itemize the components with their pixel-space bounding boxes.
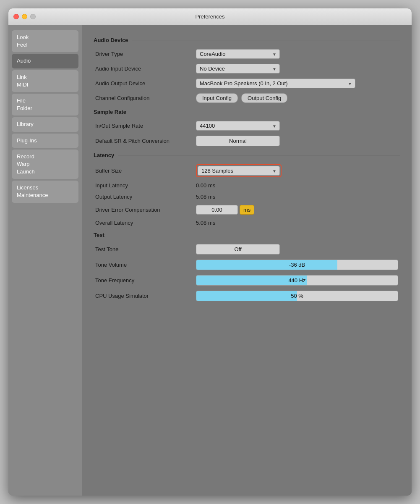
sidebar-item-link-midi[interactable]: LinkMIDI [12,70,78,92]
cpu-usage-value: 50 % [291,293,303,299]
channel-configuration-label: Channel Configuration [95,95,196,101]
default-sr-pitch-label: Default SR & Pitch Conversion [95,138,196,144]
tone-frequency-row: Tone Frequency 440 Hz [94,275,400,286]
buffer-size-select[interactable]: 64 Samples 128 Samples 256 Samples 512 S… [198,166,280,176]
audio-output-device-label: Audio Output Device [95,80,196,87]
tone-frequency-slider[interactable]: 440 Hz [196,275,398,286]
audio-input-device-select[interactable]: No Device [196,64,280,74]
audio-output-device-select[interactable]: MacBook Pro Speakers (0 In, 2 Out) [196,79,355,88]
tone-volume-value: -36 dB [289,262,305,268]
test-tone-label: Test Tone [95,246,196,252]
sidebar-item-audio[interactable]: Audio [12,54,78,68]
audio-device-section-line [132,40,400,40]
tone-frequency-value: 440 Hz [288,277,305,284]
audio-device-section-header: Audio Device [94,37,400,43]
cpu-usage-label: CPU Usage Simulator [95,293,196,299]
cpu-usage-slider[interactable]: 50 % [196,291,398,301]
output-latency-row: Output Latency 5.08 ms [94,194,400,200]
default-sr-pitch-row: Default SR & Pitch Conversion Normal [94,136,400,146]
cpu-usage-control: 50 % [196,291,398,301]
maximize-button[interactable] [30,14,36,19]
sidebar-item-plug-ins[interactable]: Plug-Ins [12,134,78,148]
test-tone-button[interactable]: Off [196,244,280,255]
main-panel: Audio Device Driver Type CoreAudio ASIO … [82,25,412,496]
driver-error-row: Driver Error Compensation ms [94,205,400,215]
audio-input-device-control: No Device [196,64,398,74]
output-latency-control: 5.08 ms [196,194,398,200]
sidebar-item-library[interactable]: Library [12,117,78,131]
normal-button[interactable]: Normal [196,136,280,146]
tone-volume-row: Tone Volume -36 dB [94,260,400,270]
traffic-lights [13,14,36,19]
driver-type-select-wrapper[interactable]: CoreAudio ASIO DirectSound [196,49,280,59]
output-latency-label: Output Latency [95,194,196,200]
tone-frequency-control: 440 Hz [196,275,398,286]
driver-type-row: Driver Type CoreAudio ASIO DirectSound [94,49,400,59]
input-latency-label: Input Latency [95,182,196,189]
input-latency-value: 0.00 ms [196,182,215,189]
test-tone-row: Test Tone Off [94,244,400,255]
audio-input-device-select-wrapper[interactable]: No Device [196,64,280,74]
minimize-button[interactable] [22,14,27,19]
titlebar: Preferences [8,8,412,25]
driver-error-label: Driver Error Compensation [95,207,196,213]
window-title: Preferences [195,13,224,20]
main-content: LookFeel Audio LinkMIDI FileFolder Libra… [8,25,412,496]
sidebar-item-look-feel[interactable]: LookFeel [12,30,78,52]
channel-configuration-row: Channel Configuration Input Config Outpu… [94,93,400,103]
audio-input-device-row: Audio Input Device No Device [94,64,400,74]
sample-rate-select[interactable]: 44100 48000 88200 96000 [196,121,280,131]
sample-rate-select-wrapper[interactable]: 44100 48000 88200 96000 [196,121,280,131]
close-button[interactable] [13,14,19,19]
audio-device-section-title: Audio Device [94,37,128,43]
driver-error-input[interactable] [196,205,238,215]
channel-config-group: Input Config Output Config [196,93,398,103]
input-latency-control: 0.00 ms [196,182,398,189]
sidebar-item-licenses-maintenance[interactable]: LicensesMaintenance [12,181,78,202]
test-tone-control: Off [196,244,398,255]
in-out-sample-rate-control: 44100 48000 88200 96000 [196,121,398,131]
sample-rate-section-line [130,112,400,112]
in-out-sample-rate-row: In/Out Sample Rate 44100 48000 88200 960… [94,121,400,131]
driver-type-control: CoreAudio ASIO DirectSound [196,49,398,59]
overall-latency-label: Overall Latency [95,220,196,226]
sidebar: LookFeel Audio LinkMIDI FileFolder Libra… [8,25,82,496]
driver-error-ms-button[interactable]: ms [240,205,254,215]
tone-volume-label: Tone Volume [95,262,196,268]
overall-latency-value: 5.08 ms [196,220,215,226]
channel-configuration-control: Input Config Output Config [196,93,398,103]
driver-error-control: ms [196,205,398,215]
buffer-size-row: Buffer Size 64 Samples 128 Samples 256 S… [94,164,400,177]
default-sr-pitch-control: Normal [196,136,398,146]
overall-latency-row: Overall Latency 5.08 ms [94,220,400,226]
test-section-header: Test [94,232,400,238]
audio-input-device-label: Audio Input Device [95,66,196,72]
latency-section-line [118,155,400,155]
cpu-usage-row: CPU Usage Simulator 50 % [94,291,400,301]
buffer-size-control: 64 Samples 128 Samples 256 Samples 512 S… [196,164,398,177]
preferences-window: Preferences LookFeel Audio LinkMIDI File… [8,8,412,496]
in-out-sample-rate-label: In/Out Sample Rate [95,123,196,129]
sidebar-item-record-warp-launch[interactable]: RecordWarpLaunch [12,150,78,179]
output-config-button[interactable]: Output Config [241,93,287,103]
audio-output-device-select-wrapper[interactable]: MacBook Pro Speakers (0 In, 2 Out) [196,79,355,88]
tone-volume-slider[interactable]: -36 dB [196,260,398,270]
input-config-button[interactable]: Input Config [196,93,238,103]
driver-error-group: ms [196,205,398,215]
sample-rate-section-title: Sample Rate [94,109,126,115]
buffer-size-select-wrapper[interactable]: 64 Samples 128 Samples 256 Samples 512 S… [198,166,280,176]
buffer-size-highlight: 64 Samples 128 Samples 256 Samples 512 S… [196,164,282,177]
buffer-size-label: Buffer Size [95,168,196,174]
sample-rate-section-header: Sample Rate [94,109,400,115]
sidebar-item-file-folder[interactable]: FileFolder [12,94,78,116]
test-section-title: Test [94,232,104,238]
latency-section-header: Latency [94,152,400,158]
driver-type-select[interactable]: CoreAudio ASIO DirectSound [196,49,280,59]
tone-frequency-label: Tone Frequency [95,277,196,284]
test-section-line [109,235,400,235]
audio-output-device-row: Audio Output Device MacBook Pro Speakers… [94,79,400,88]
latency-section-title: Latency [94,152,114,158]
audio-output-device-control: MacBook Pro Speakers (0 In, 2 Out) [196,79,398,88]
driver-type-label: Driver Type [95,51,196,57]
input-latency-row: Input Latency 0.00 ms [94,182,400,189]
